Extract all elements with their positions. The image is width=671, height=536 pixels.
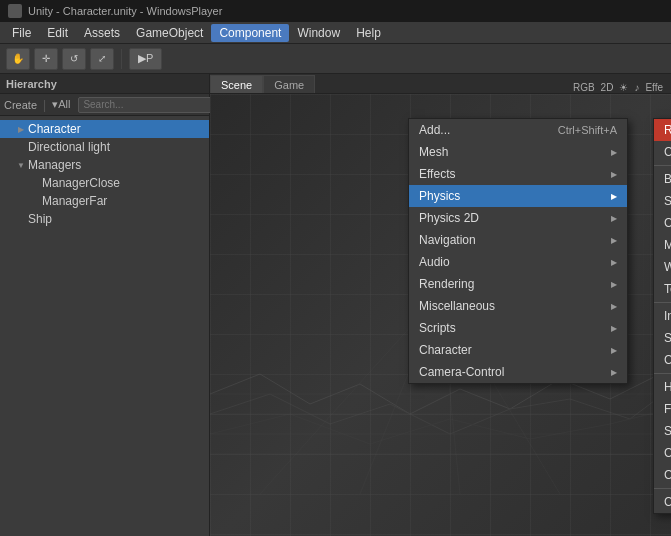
hierarchy-header: Hierarchy (0, 74, 209, 94)
main-layout: Hierarchy Create | ▾All ▶ Character Dire… (0, 74, 671, 536)
menu-scripts[interactable]: Scripts (409, 317, 627, 339)
physics-label: Physics (419, 189, 460, 203)
physics-mesh-collider[interactable]: Mesh Collider (654, 234, 671, 256)
rigidbody-label: Rigidbody (664, 123, 671, 137)
dropdown-overlay: Add... Ctrl+Shift+A Mesh Effects Physics… (210, 74, 671, 536)
toolbar-play-btn[interactable]: ▶P (129, 48, 162, 70)
menu-bar: File Edit Assets GameObject Component Wi… (0, 22, 671, 44)
physics-skinned-cloth[interactable]: Skinned Cloth (654, 327, 671, 349)
physics-fixed-joint[interactable]: Fixed Joint (654, 398, 671, 420)
constant-force-label: Constant Force (664, 495, 671, 509)
physics-sep-3 (654, 373, 671, 374)
menu-component[interactable]: Component (211, 24, 289, 42)
tree-arrow-managers: ▼ (14, 158, 28, 172)
spring-joint-label: Spring Joint (664, 424, 671, 438)
hierarchy-search-bar: Create | ▾All (0, 94, 209, 116)
window-title: Unity - Character.unity - WindowsPlayer (28, 5, 222, 17)
physics2d-label: Physics 2D (419, 211, 479, 225)
physics-box-collider[interactable]: Box Collider (654, 168, 671, 190)
mesh-collider-label: Mesh Collider (664, 238, 671, 252)
physics-sep-2 (654, 302, 671, 303)
menu-assets[interactable]: Assets (76, 24, 128, 42)
component-menu: Add... Ctrl+Shift+A Mesh Effects Physics… (408, 118, 628, 384)
hierarchy-create-label[interactable]: Create (4, 99, 37, 111)
physics-spring-joint[interactable]: Spring Joint (654, 420, 671, 442)
tree-arrow-directional-light (14, 140, 28, 154)
menu-physics2d[interactable]: Physics 2D (409, 207, 627, 229)
toolbar-sep-1 (121, 49, 122, 69)
hierarchy-divider: | (43, 98, 46, 112)
scripts-label: Scripts (419, 321, 456, 335)
physics-character-controller[interactable]: Character Controller (654, 141, 671, 163)
physics-character-joint[interactable]: Character Joint (654, 442, 671, 464)
hierarchy-item-directional-light[interactable]: Directional light (0, 138, 209, 156)
rendering-label: Rendering (419, 277, 474, 291)
physics-capsule-collider[interactable]: Capsule Collider (654, 212, 671, 234)
menu-edit[interactable]: Edit (39, 24, 76, 42)
physics-cloth-renderer[interactable]: Cloth Renderer (654, 349, 671, 371)
character-joint-label: Character Joint (664, 446, 671, 460)
tree-arrow-managerfar (28, 194, 42, 208)
character-controller-label: Character Controller (664, 145, 671, 159)
physics-wheel-collider[interactable]: Wheel Collider (654, 256, 671, 278)
toolbar-move-tool[interactable]: ✛ (34, 48, 58, 70)
hierarchy-item-managerfar[interactable]: ManagerFar (0, 192, 209, 210)
tree-label-managers: Managers (28, 158, 81, 172)
menu-navigation[interactable]: Navigation (409, 229, 627, 251)
physics-configurable-joint[interactable]: Configurable Joint (654, 464, 671, 486)
tree-label-character: Character (28, 122, 81, 136)
hierarchy-item-managerclose[interactable]: ManagerClose (0, 174, 209, 192)
add-label: Add... (419, 123, 450, 137)
menu-character[interactable]: Character (409, 339, 627, 361)
physics-terrain-collider[interactable]: Terrain Collider (654, 278, 671, 300)
effects-label: Effects (419, 167, 455, 181)
physics-constant-force[interactable]: Constant Force (654, 491, 671, 513)
menu-gameobject[interactable]: GameObject (128, 24, 211, 42)
toolbar: ✋ ✛ ↺ ⤢ ▶P (0, 44, 671, 74)
terrain-collider-label: Terrain Collider (664, 282, 671, 296)
menu-effects[interactable]: Effects (409, 163, 627, 185)
title-bar: Unity - Character.unity - WindowsPlayer (0, 0, 671, 22)
toolbar-hand-tool[interactable]: ✋ (6, 48, 30, 70)
menu-add[interactable]: Add... Ctrl+Shift+A (409, 119, 627, 141)
tree-label-directional-light: Directional light (28, 140, 110, 154)
audio-label: Audio (419, 255, 450, 269)
hierarchy-title: Hierarchy (6, 78, 57, 90)
mesh-label: Mesh (419, 145, 448, 159)
tree-arrow-ship (14, 212, 28, 226)
physics-interactive-cloth[interactable]: Interactive Cloth (654, 305, 671, 327)
menu-help[interactable]: Help (348, 24, 389, 42)
tree-label-managerfar: ManagerFar (42, 194, 107, 208)
physics-hinge-joint[interactable]: Hinge Joint (654, 376, 671, 398)
menu-miscellaneous[interactable]: Miscellaneous (409, 295, 627, 317)
skinned-cloth-label: Skinned Cloth (664, 331, 671, 345)
fixed-joint-label: Fixed Joint (664, 402, 671, 416)
hierarchy-item-character[interactable]: ▶ Character (0, 120, 209, 138)
add-shortcut: Ctrl+Shift+A (558, 124, 617, 136)
physics-sphere-collider[interactable]: Sphere Collider (654, 190, 671, 212)
hierarchy-item-ship[interactable]: Ship (0, 210, 209, 228)
menu-rendering[interactable]: Rendering (409, 273, 627, 295)
menu-audio[interactable]: Audio (409, 251, 627, 273)
physics-rigidbody[interactable]: Rigidbody (654, 119, 671, 141)
menu-mesh[interactable]: Mesh (409, 141, 627, 163)
interactive-cloth-label: Interactive Cloth (664, 309, 671, 323)
hierarchy-item-managers[interactable]: ▼ Managers (0, 156, 209, 174)
hinge-joint-label: Hinge Joint (664, 380, 671, 394)
hierarchy-search-input[interactable] (78, 97, 215, 113)
hierarchy-all-label[interactable]: ▾All (52, 98, 70, 111)
character-label: Character (419, 343, 472, 357)
menu-camera-control[interactable]: Camera-Control (409, 361, 627, 383)
toolbar-rotate-tool[interactable]: ↺ (62, 48, 86, 70)
menu-window[interactable]: Window (289, 24, 348, 42)
toolbar-scale-tool[interactable]: ⤢ (90, 48, 114, 70)
tree-label-ship: Ship (28, 212, 52, 226)
hierarchy-panel: Hierarchy Create | ▾All ▶ Character Dire… (0, 74, 210, 536)
wheel-collider-label: Wheel Collider (664, 260, 671, 274)
tree-label-managerclose: ManagerClose (42, 176, 120, 190)
menu-file[interactable]: File (4, 24, 39, 42)
hierarchy-content: ▶ Character Directional light ▼ Managers… (0, 116, 209, 536)
miscellaneous-label: Miscellaneous (419, 299, 495, 313)
menu-physics[interactable]: Physics (409, 185, 627, 207)
tree-arrow-managerclose (28, 176, 42, 190)
